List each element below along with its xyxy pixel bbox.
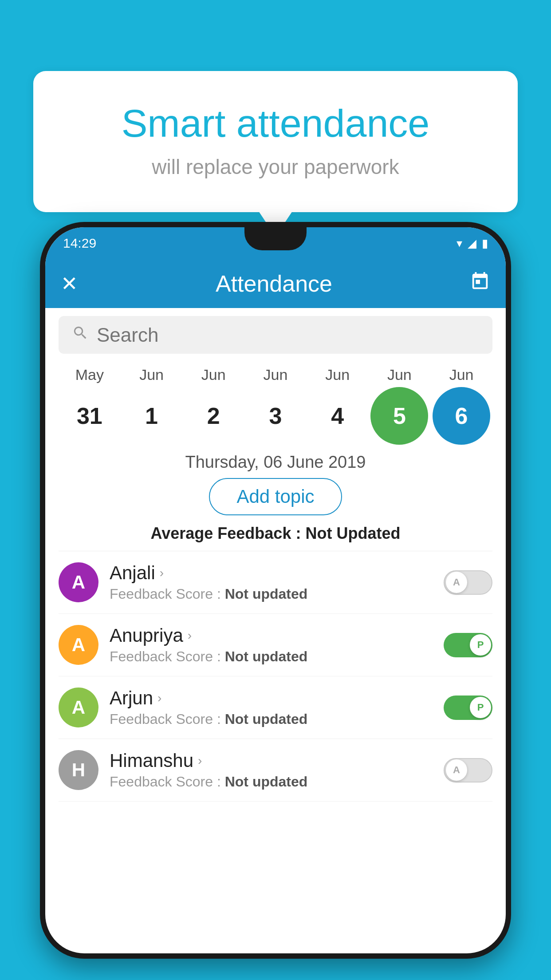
search-input[interactable] [97, 324, 479, 346]
list-item[interactable]: A Arjun › Feedback Score : Not updated P [59, 676, 492, 739]
student-info: Anjali › Feedback Score : Not updated [110, 562, 444, 602]
chevron-right-icon: › [198, 754, 202, 768]
avg-feedback: Average Feedback : Not Updated [45, 524, 506, 543]
attendance-toggle[interactable]: A [444, 758, 492, 782]
chevron-right-icon: › [160, 566, 164, 580]
month-5: Jun [370, 366, 428, 383]
search-container[interactable] [59, 316, 492, 354]
avatar: A [59, 688, 98, 727]
status-icons: ▾ ◢ ▮ [457, 237, 488, 250]
wifi-icon: ▾ [457, 237, 462, 250]
month-2: Jun [185, 366, 242, 383]
calendar-icon[interactable] [470, 271, 490, 296]
list-item[interactable]: H Himanshu › Feedback Score : Not update… [59, 739, 492, 802]
student-info: Anupriya › Feedback Score : Not updated [110, 625, 444, 665]
chevron-right-icon: › [188, 628, 192, 643]
month-0: May [61, 366, 118, 383]
battery-icon: ▮ [482, 237, 488, 250]
add-topic-button[interactable]: Add topic [209, 478, 342, 515]
feedback-score: Feedback Score : Not updated [110, 711, 444, 727]
toggle-track[interactable]: A [444, 758, 492, 782]
toggle-knob: A [446, 572, 467, 593]
student-info: Himanshu › Feedback Score : Not updated [110, 750, 444, 790]
avatar: A [59, 562, 98, 602]
feedback-score: Feedback Score : Not updated [110, 586, 444, 602]
toggle-knob: A [446, 759, 467, 781]
date-2[interactable]: 2 [185, 387, 242, 445]
date-4[interactable]: 4 [309, 387, 366, 445]
toggle-track[interactable]: P [444, 633, 492, 657]
avg-feedback-value: Not Updated [305, 524, 400, 542]
student-list: A Anjali › Feedback Score : Not updated … [45, 551, 506, 802]
phone-container: 14:29 ▾ ◢ ▮ ✕ Attendance [40, 222, 511, 980]
calendar-strip: May Jun Jun Jun Jun Jun Jun 31 1 2 3 4 5… [45, 362, 506, 445]
status-time: 14:29 [63, 236, 96, 251]
student-name: Arjun › [110, 688, 444, 709]
avg-feedback-label: Average Feedback : [151, 524, 301, 542]
app-bar-title: Attendance [78, 270, 470, 297]
toggle-track[interactable]: A [444, 570, 492, 595]
feedback-score: Feedback Score : Not updated [110, 648, 444, 665]
date-3[interactable]: 3 [247, 387, 304, 445]
list-item[interactable]: A Anupriya › Feedback Score : Not update… [59, 614, 492, 676]
list-item[interactable]: A Anjali › Feedback Score : Not updated … [59, 551, 492, 614]
avatar: H [59, 750, 98, 790]
toggle-track[interactable]: P [444, 695, 492, 720]
signal-icon: ◢ [468, 237, 476, 250]
attendance-toggle[interactable]: P [444, 633, 492, 657]
search-icon [72, 324, 89, 345]
selected-date-label: Thursday, 06 June 2019 [45, 453, 506, 472]
app-bar: ✕ Attendance [45, 259, 506, 308]
chevron-right-icon: › [157, 691, 161, 705]
student-name: Anupriya › [110, 625, 444, 646]
feedback-score: Feedback Score : Not updated [110, 774, 444, 790]
phone-screen: 14:29 ▾ ◢ ▮ ✕ Attendance [45, 227, 506, 953]
speech-bubble-container: Smart attendance will replace your paper… [33, 71, 518, 212]
month-3: Jun [247, 366, 304, 383]
bubble-subtitle: will replace your paperwork [60, 155, 491, 179]
close-icon[interactable]: ✕ [61, 272, 78, 296]
attendance-toggle[interactable]: P [444, 695, 492, 720]
phone-notch [244, 227, 307, 250]
month-6: Jun [433, 366, 490, 383]
month-1: Jun [123, 366, 181, 383]
student-name: Anjali › [110, 562, 444, 584]
speech-bubble: Smart attendance will replace your paper… [33, 71, 518, 212]
attendance-toggle[interactable]: A [444, 570, 492, 595]
student-name: Himanshu › [110, 750, 444, 771]
calendar-dates: 31 1 2 3 4 5 6 [54, 387, 497, 445]
date-1[interactable]: 1 [123, 387, 181, 445]
student-info: Arjun › Feedback Score : Not updated [110, 688, 444, 727]
bubble-title: Smart attendance [60, 102, 491, 145]
date-0[interactable]: 31 [61, 387, 118, 445]
phone-outer: 14:29 ▾ ◢ ▮ ✕ Attendance [40, 222, 511, 959]
toggle-knob: P [470, 697, 491, 718]
avatar: A [59, 625, 98, 665]
date-6[interactable]: 6 [433, 387, 490, 445]
toggle-knob: P [470, 634, 491, 656]
month-4: Jun [309, 366, 366, 383]
calendar-months: May Jun Jun Jun Jun Jun Jun [54, 366, 497, 383]
date-5[interactable]: 5 [370, 387, 428, 445]
